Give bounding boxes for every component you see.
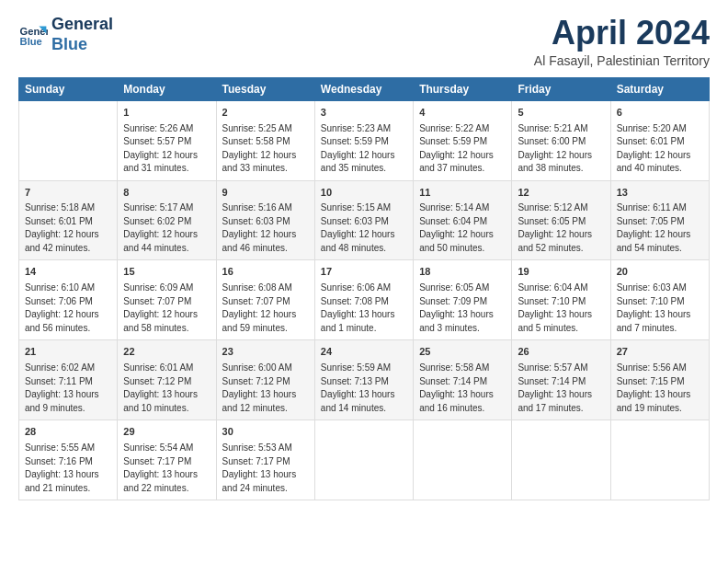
calendar-week-row: 1Sunrise: 5:26 AM Sunset: 5:57 PM Daylig…: [19, 100, 710, 180]
calendar-body: 1Sunrise: 5:26 AM Sunset: 5:57 PM Daylig…: [19, 100, 710, 500]
calendar-cell: 2Sunrise: 5:25 AM Sunset: 5:58 PM Daylig…: [216, 100, 314, 180]
calendar-cell: 19Sunrise: 6:04 AM Sunset: 7:10 PM Dayli…: [512, 260, 610, 340]
cell-content: Sunrise: 6:08 AM Sunset: 7:07 PM Dayligh…: [222, 282, 309, 335]
calendar-header-thursday: Thursday: [414, 77, 512, 100]
cell-content: Sunrise: 6:05 AM Sunset: 7:09 PM Dayligh…: [419, 282, 506, 335]
cell-content: Sunrise: 6:00 AM Sunset: 7:12 PM Dayligh…: [222, 362, 309, 415]
cell-content: Sunrise: 6:06 AM Sunset: 7:08 PM Dayligh…: [321, 282, 407, 335]
cell-content: Sunrise: 5:22 AM Sunset: 5:59 PM Dayligh…: [419, 122, 506, 176]
cell-content: Sunrise: 5:53 AM Sunset: 7:17 PM Dayligh…: [222, 442, 309, 495]
page-subtitle: Al Fasayil, Palestinian Territory: [534, 53, 710, 68]
calendar-week-row: 21Sunrise: 6:02 AM Sunset: 7:11 PM Dayli…: [19, 340, 710, 420]
cell-content: Sunrise: 5:17 AM Sunset: 6:02 PM Dayligh…: [123, 201, 210, 255]
cell-content: Sunrise: 6:04 AM Sunset: 7:10 PM Dayligh…: [518, 282, 604, 335]
calendar-table: SundayMondayTuesdayWednesdayThursdayFrid…: [18, 77, 710, 501]
date-number: 7: [25, 186, 111, 201]
calendar-week-row: 14Sunrise: 6:10 AM Sunset: 7:06 PM Dayli…: [19, 260, 710, 340]
calendar-cell: 1Sunrise: 5:26 AM Sunset: 5:57 PM Daylig…: [118, 100, 216, 180]
date-number: 12: [518, 186, 604, 201]
calendar-cell: 14Sunrise: 6:10 AM Sunset: 7:06 PM Dayli…: [19, 260, 118, 340]
date-number: 25: [419, 345, 506, 360]
calendar-cell: 12Sunrise: 5:12 AM Sunset: 6:05 PM Dayli…: [512, 180, 610, 260]
calendar-cell: 15Sunrise: 6:09 AM Sunset: 7:07 PM Dayli…: [118, 260, 216, 340]
calendar-cell: 8Sunrise: 5:17 AM Sunset: 6:02 PM Daylig…: [118, 180, 216, 260]
date-number: 5: [518, 106, 604, 121]
calendar-header-saturday: Saturday: [610, 77, 709, 100]
date-number: 17: [321, 265, 407, 280]
date-number: 20: [617, 265, 703, 280]
cell-content: Sunrise: 5:59 AM Sunset: 7:13 PM Dayligh…: [321, 362, 407, 415]
page-title: April 2024: [534, 15, 710, 52]
cell-content: Sunrise: 6:03 AM Sunset: 7:10 PM Dayligh…: [617, 282, 703, 335]
calendar-cell: [19, 100, 118, 180]
calendar-cell: 7Sunrise: 5:18 AM Sunset: 6:01 PM Daylig…: [19, 180, 118, 260]
date-number: 24: [321, 345, 407, 360]
calendar-cell: 18Sunrise: 6:05 AM Sunset: 7:09 PM Dayli…: [414, 260, 512, 340]
date-number: 28: [25, 425, 111, 440]
cell-content: Sunrise: 5:16 AM Sunset: 6:03 PM Dayligh…: [222, 201, 309, 255]
date-number: 9: [222, 186, 309, 201]
calendar-header-row: SundayMondayTuesdayWednesdayThursdayFrid…: [19, 77, 710, 100]
title-area: April 2024 Al Fasayil, Palestinian Terri…: [534, 15, 710, 68]
cell-content: Sunrise: 5:21 AM Sunset: 6:00 PM Dayligh…: [518, 122, 604, 176]
calendar-cell: 28Sunrise: 5:55 AM Sunset: 7:16 PM Dayli…: [19, 420, 118, 500]
calendar-cell: 29Sunrise: 5:54 AM Sunset: 7:17 PM Dayli…: [118, 420, 216, 500]
calendar-cell: 17Sunrise: 6:06 AM Sunset: 7:08 PM Dayli…: [314, 260, 413, 340]
date-number: 18: [419, 265, 506, 280]
calendar-cell: 13Sunrise: 6:11 AM Sunset: 7:05 PM Dayli…: [610, 180, 709, 260]
cell-content: Sunrise: 5:15 AM Sunset: 6:03 PM Dayligh…: [321, 201, 407, 255]
cell-content: Sunrise: 5:55 AM Sunset: 7:16 PM Dayligh…: [25, 442, 111, 495]
calendar-cell: 6Sunrise: 5:20 AM Sunset: 6:01 PM Daylig…: [610, 100, 709, 180]
calendar-cell: 9Sunrise: 5:16 AM Sunset: 6:03 PM Daylig…: [216, 180, 314, 260]
date-number: 10: [321, 186, 407, 201]
logo-text: General Blue: [51, 15, 113, 54]
date-number: 8: [123, 186, 210, 201]
calendar-header-monday: Monday: [118, 77, 216, 100]
date-number: 4: [419, 106, 506, 121]
calendar-header-friday: Friday: [512, 77, 610, 100]
date-number: 3: [321, 106, 407, 121]
cell-content: Sunrise: 6:01 AM Sunset: 7:12 PM Dayligh…: [123, 362, 210, 415]
date-number: 1: [123, 106, 210, 121]
date-number: 15: [123, 265, 210, 280]
cell-content: Sunrise: 5:56 AM Sunset: 7:15 PM Dayligh…: [617, 362, 703, 415]
calendar-cell: 16Sunrise: 6:08 AM Sunset: 7:07 PM Dayli…: [216, 260, 314, 340]
cell-content: Sunrise: 6:09 AM Sunset: 7:07 PM Dayligh…: [123, 282, 210, 335]
cell-content: Sunrise: 6:11 AM Sunset: 7:05 PM Dayligh…: [617, 201, 703, 255]
date-number: 11: [419, 186, 506, 201]
calendar-header-wednesday: Wednesday: [314, 77, 413, 100]
cell-content: Sunrise: 5:57 AM Sunset: 7:14 PM Dayligh…: [518, 362, 604, 415]
calendar-cell: 11Sunrise: 5:14 AM Sunset: 6:04 PM Dayli…: [414, 180, 512, 260]
logo-icon: General Blue: [18, 20, 48, 50]
calendar-cell: 24Sunrise: 5:59 AM Sunset: 7:13 PM Dayli…: [314, 340, 413, 420]
calendar-header-tuesday: Tuesday: [216, 77, 314, 100]
calendar-cell: 25Sunrise: 5:58 AM Sunset: 7:14 PM Dayli…: [414, 340, 512, 420]
date-number: 14: [25, 265, 111, 280]
date-number: 21: [25, 345, 111, 360]
date-number: 30: [222, 425, 309, 440]
calendar-cell: 27Sunrise: 5:56 AM Sunset: 7:15 PM Dayli…: [610, 340, 709, 420]
logo: General Blue General Blue: [18, 15, 113, 54]
date-number: 29: [123, 425, 210, 440]
calendar-week-row: 7Sunrise: 5:18 AM Sunset: 6:01 PM Daylig…: [19, 180, 710, 260]
date-number: 2: [222, 106, 309, 121]
cell-content: Sunrise: 6:02 AM Sunset: 7:11 PM Dayligh…: [25, 362, 111, 415]
calendar-cell: 22Sunrise: 6:01 AM Sunset: 7:12 PM Dayli…: [118, 340, 216, 420]
calendar-cell: 4Sunrise: 5:22 AM Sunset: 5:59 PM Daylig…: [414, 100, 512, 180]
cell-content: Sunrise: 5:18 AM Sunset: 6:01 PM Dayligh…: [25, 201, 111, 255]
date-number: 13: [617, 186, 703, 201]
calendar-cell: 10Sunrise: 5:15 AM Sunset: 6:03 PM Dayli…: [314, 180, 413, 260]
calendar-cell: 3Sunrise: 5:23 AM Sunset: 5:59 PM Daylig…: [314, 100, 413, 180]
cell-content: Sunrise: 6:10 AM Sunset: 7:06 PM Dayligh…: [25, 282, 111, 335]
date-number: 6: [617, 106, 703, 121]
cell-content: Sunrise: 5:14 AM Sunset: 6:04 PM Dayligh…: [419, 201, 506, 255]
date-number: 16: [222, 265, 309, 280]
cell-content: Sunrise: 5:26 AM Sunset: 5:57 PM Dayligh…: [123, 122, 210, 176]
calendar-cell: 26Sunrise: 5:57 AM Sunset: 7:14 PM Dayli…: [512, 340, 610, 420]
date-number: 27: [617, 345, 703, 360]
svg-text:Blue: Blue: [20, 36, 42, 47]
cell-content: Sunrise: 5:25 AM Sunset: 5:58 PM Dayligh…: [222, 122, 309, 176]
date-number: 23: [222, 345, 309, 360]
calendar-cell: 21Sunrise: 6:02 AM Sunset: 7:11 PM Dayli…: [19, 340, 118, 420]
calendar-cell: [314, 420, 413, 500]
